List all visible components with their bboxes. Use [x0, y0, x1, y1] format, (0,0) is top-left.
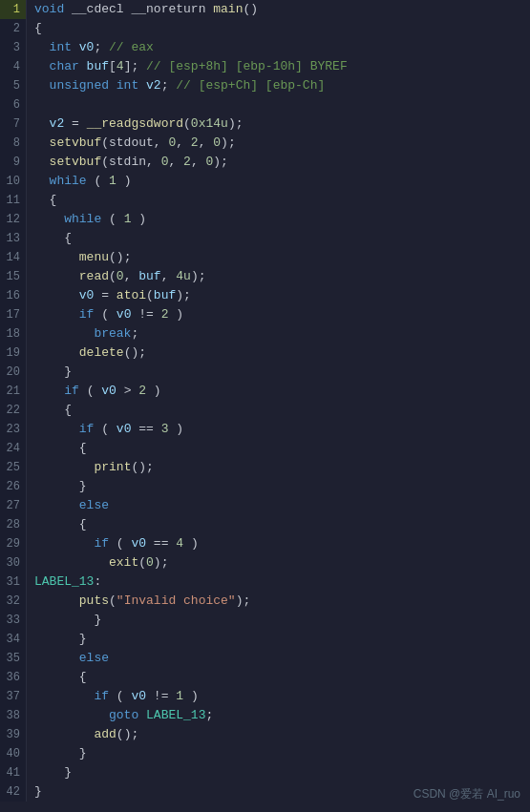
line-number: 10 — [0, 172, 27, 191]
code-line: 30 exit(0); — [0, 553, 530, 573]
token — [34, 288, 79, 302]
token: 0x14u — [191, 116, 228, 131]
line-number: 22 — [0, 401, 27, 420]
token: { — [34, 21, 42, 35]
token: 1 — [176, 689, 183, 703]
line-number: 38 — [0, 706, 27, 725]
code-line: 2{ — [0, 19, 530, 38]
token: ); — [221, 135, 236, 150]
line-number: 34 — [0, 630, 27, 649]
token: ( — [183, 116, 191, 131]
token: ); — [213, 155, 228, 169]
token: == — [146, 536, 176, 551]
code-content: read(0, buf, 4u); — [27, 267, 206, 286]
line-number: 20 — [0, 363, 27, 382]
token: ( — [109, 536, 131, 551]
token: unsigned int — [34, 78, 146, 93]
code-content: break; — [27, 324, 138, 344]
token: (); — [109, 250, 131, 264]
token: ); — [191, 269, 206, 283]
token: puts — [79, 593, 109, 608]
token: // [esp+8h] [ebp-10h] BYREF — [146, 59, 348, 73]
token: 4u — [176, 269, 191, 283]
token: setvbuf — [50, 135, 102, 150]
line-number: 11 — [0, 191, 27, 210]
code-line: 9 setvbuf(stdin, 0, 2, 0); — [0, 153, 530, 172]
code-line: 10 while ( 1 ) — [0, 172, 530, 191]
token — [34, 422, 79, 436]
token: void — [34, 2, 64, 16]
token: ) — [183, 689, 199, 703]
line-number: 30 — [0, 553, 27, 573]
token: ; — [131, 326, 138, 341]
token: { — [34, 231, 72, 245]
token: setvbuf — [50, 155, 102, 169]
code-line: 20 } — [0, 363, 530, 382]
token: ( — [94, 307, 116, 322]
code-line: 4 char buf[4]; // [esp+8h] [ebp-10h] BYR… — [0, 57, 530, 76]
line-number: 39 — [0, 725, 27, 744]
token: > — [117, 384, 138, 398]
line-number: 3 — [0, 38, 27, 57]
code-line: 36 { — [0, 668, 530, 687]
line-number: 17 — [0, 305, 27, 324]
token: 1 — [109, 174, 117, 188]
code-content: } — [27, 744, 87, 763]
code-line: 15 read(0, buf, 4u); — [0, 267, 530, 286]
line-number: 8 — [0, 134, 27, 153]
code-content: unsigned int v2; // [esp+Ch] [ebp-Ch] — [27, 76, 325, 95]
code-line: 35 else — [0, 649, 530, 668]
token — [34, 555, 109, 570]
code-line: 28 { — [0, 515, 530, 534]
code-content: { — [27, 439, 87, 458]
token — [34, 250, 79, 264]
token: LABEL_13 — [146, 708, 205, 722]
code-line: 18 break; — [0, 324, 530, 344]
token: : — [94, 574, 101, 589]
code-line: 22 { — [0, 401, 530, 420]
code-content: { — [27, 191, 56, 210]
token: (); — [117, 727, 138, 741]
token: else — [79, 651, 109, 665]
code-line: 21 if ( v0 > 2 ) — [0, 382, 530, 401]
code-line: 39 add(); — [0, 725, 530, 744]
code-line: 38 goto LABEL_13; — [0, 706, 530, 725]
token: ; — [205, 708, 213, 722]
code-content: exit(0); — [27, 553, 168, 573]
token: , — [168, 155, 183, 169]
line-number: 13 — [0, 229, 27, 248]
token: v0 — [79, 40, 95, 54]
line-number: 41 — [0, 763, 27, 782]
token: ; — [94, 40, 109, 54]
code-line: 8 setvbuf(stdout, 0, 2, 0); — [0, 134, 530, 153]
code-line: 24 { — [0, 439, 530, 458]
token: v2 — [50, 116, 65, 131]
token: ) — [117, 174, 132, 188]
token: } — [34, 765, 72, 780]
token: ) — [146, 384, 161, 398]
token — [34, 174, 50, 188]
token: ); — [176, 288, 191, 302]
code-content: } — [27, 363, 72, 382]
line-number: 21 — [0, 382, 27, 401]
line-number: 27 — [0, 496, 27, 515]
token — [34, 345, 79, 360]
code-content: else — [27, 649, 109, 668]
line-number: 37 — [0, 687, 27, 706]
line-number: 19 — [0, 344, 27, 363]
code-content: setvbuf(stdin, 0, 2, 0); — [27, 153, 228, 172]
token: while — [64, 212, 101, 226]
token: 2 — [191, 135, 199, 150]
line-number: 12 — [0, 210, 27, 229]
token: break — [34, 326, 131, 341]
code-line: 7 v2 = __readgsdword(0x14u); — [0, 115, 530, 134]
code-content: if ( v0 == 4 ) — [27, 534, 199, 553]
token: ( — [109, 689, 131, 703]
token: ( — [87, 174, 109, 188]
code-line: 23 if ( v0 == 3 ) — [0, 420, 530, 439]
token: delete — [79, 345, 124, 360]
token: add — [94, 727, 116, 741]
token: 0 — [117, 269, 124, 283]
code-line: 41 } — [0, 763, 530, 782]
token: read — [79, 269, 109, 283]
